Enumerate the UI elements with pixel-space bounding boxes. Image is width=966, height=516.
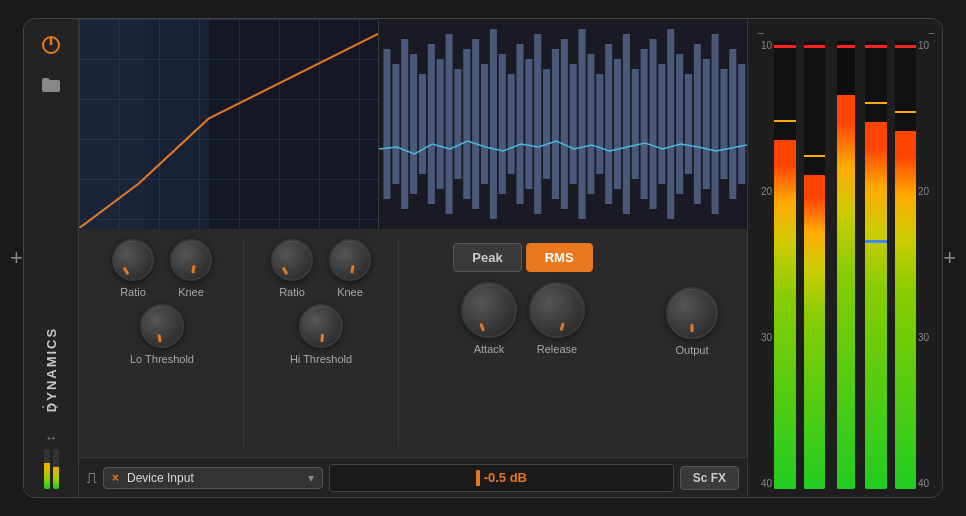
meter-gap-1 (799, 41, 801, 489)
svg-rect-18 (516, 44, 523, 204)
mid-section: Peak RMS Attack (399, 239, 647, 447)
scale-left-40: 40 (756, 479, 772, 489)
meter-bar-dark (837, 41, 855, 489)
svg-rect-4 (392, 64, 399, 184)
peak-rms-row: Peak RMS (453, 243, 592, 272)
svg-rect-32 (641, 49, 648, 199)
lo-section: Ratio Knee (89, 239, 244, 447)
svg-rect-21 (543, 69, 550, 179)
power-icon[interactable] (37, 31, 65, 59)
outer-add-left-button[interactable]: + (10, 245, 23, 271)
db-value: -0.5 dB (484, 470, 527, 485)
peak-button[interactable]: Peak (453, 243, 521, 272)
top-area (79, 19, 747, 229)
meter-peak-2 (804, 155, 826, 157)
lo-ratio-knob[interactable] (112, 239, 154, 281)
svg-rect-6 (410, 54, 417, 194)
release-knob[interactable] (529, 282, 585, 338)
db-bar-indicator (476, 470, 480, 486)
svg-rect-42 (729, 49, 736, 199)
output-section: Output (647, 239, 737, 447)
hi-knee-knob[interactable] (329, 239, 371, 281)
meter-top-dash-right: – (928, 27, 934, 38)
lo-knob-row: Ratio Knee (112, 239, 212, 298)
lo-knee-knob[interactable] (170, 239, 212, 281)
meter-gap-2 (858, 41, 862, 489)
scfx-button[interactable]: Sc FX (680, 466, 739, 490)
scale-right-20: 20 (918, 187, 934, 197)
controls-area: Ratio Knee (79, 229, 747, 457)
hi-ratio-label: Ratio (279, 286, 305, 298)
device-name: Device Input (127, 471, 194, 485)
outer-add-right-button[interactable]: + (943, 245, 956, 271)
transfer-graph (79, 19, 379, 229)
lo-knee-indicator (191, 265, 195, 273)
svg-rect-26 (587, 54, 594, 194)
meters-main-area: 10 20 30 40 (754, 41, 936, 489)
meter-gap-dark (828, 41, 834, 489)
hi-threshold-knob[interactable] (299, 304, 343, 348)
hi-threshold-indicator (320, 334, 324, 342)
main-content: Ratio Knee (79, 19, 747, 497)
scale-right-40: 40 (918, 479, 934, 489)
device-select[interactable]: × Device Input ▾ (103, 467, 323, 489)
hi-knob-row: Ratio Knee (271, 239, 371, 298)
lo-ratio-group: Ratio (112, 239, 154, 298)
plugin-container: DYNAMICS ··· ↔ (23, 18, 943, 498)
svg-rect-25 (579, 29, 586, 219)
svg-rect-7 (419, 74, 426, 174)
svg-rect-34 (658, 64, 665, 184)
scale-left: 10 20 30 40 (754, 41, 774, 489)
attack-knob[interactable] (461, 282, 517, 338)
lo-knee-label: Knee (178, 286, 204, 298)
scale-right: 10 20 30 40 (916, 41, 936, 489)
meter-red-mark-1 (774, 45, 796, 48)
hi-ratio-knob[interactable] (271, 239, 313, 281)
rms-button[interactable]: RMS (526, 243, 593, 272)
svg-rect-29 (614, 59, 621, 189)
svg-rect-22 (552, 49, 559, 199)
meter-bar-4 (895, 41, 917, 489)
svg-rect-43 (738, 64, 745, 184)
hi-knee-indicator (350, 265, 354, 273)
svg-rect-9 (437, 59, 444, 189)
hi-threshold-group: Hi Threshold (290, 304, 352, 365)
meter-bars-group (774, 41, 916, 489)
output-label: Output (675, 344, 708, 356)
folder-icon[interactable] (37, 71, 65, 99)
meter-fill-4 (895, 131, 917, 489)
meters-panel: – – 10 20 30 40 (747, 19, 942, 497)
svg-rect-11 (454, 69, 461, 179)
svg-rect-33 (649, 39, 656, 209)
svg-rect-20 (534, 34, 541, 214)
meter-red-mark-2 (804, 45, 826, 48)
meter-fill-dark (837, 95, 855, 489)
release-group: Release (529, 282, 585, 355)
meter-dark-red (837, 45, 855, 48)
lo-knee-group: Knee (170, 239, 212, 298)
svg-rect-13 (472, 39, 479, 209)
output-knob[interactable] (666, 287, 718, 339)
output-indicator (691, 324, 694, 332)
sidebar-arrow[interactable]: ↔ (45, 430, 58, 445)
device-x: × (112, 471, 119, 485)
svg-rect-17 (508, 74, 515, 174)
device-icon: ⎍ (87, 469, 97, 487)
meter-blue-mark (865, 240, 887, 243)
sidebar-dots[interactable]: ··· (40, 396, 61, 417)
hi-threshold-row: Hi Threshold (252, 304, 390, 365)
hi-section: Ratio Knee (244, 239, 399, 447)
meter-peak-4 (895, 111, 917, 113)
svg-rect-3 (383, 49, 390, 199)
hi-knee-group: Knee (329, 239, 371, 298)
meter-bar-3 (865, 41, 887, 489)
scale-right-10: 10 (918, 41, 934, 51)
meter-red-mark-3 (865, 45, 887, 48)
lo-ratio-indicator (123, 267, 130, 275)
attack-release-row: Attack Release (461, 282, 585, 355)
scale-left-30: 30 (756, 333, 772, 343)
lo-threshold-knob[interactable] (140, 304, 184, 348)
svg-rect-15 (490, 29, 497, 219)
svg-rect-5 (401, 39, 408, 209)
output-group: Output (666, 287, 718, 356)
